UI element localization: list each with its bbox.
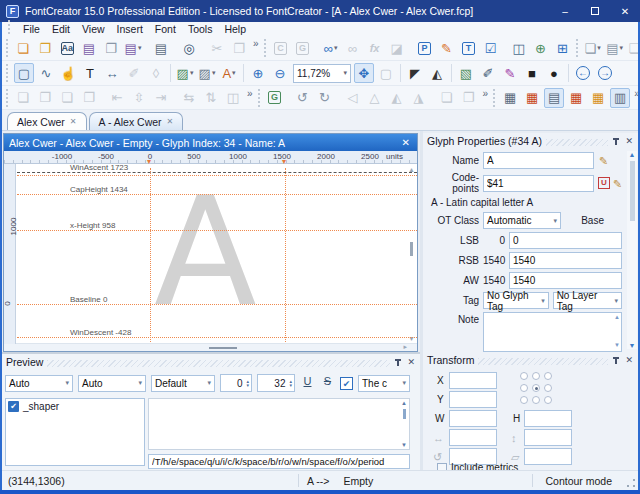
menu-view[interactable]: View	[76, 23, 111, 35]
glyph-tag-select[interactable]: No Glyph Tag ▾	[483, 292, 549, 309]
show-background-button[interactable]: ▧	[456, 63, 476, 83]
checked-checkbox-icon[interactable]: ✔	[8, 401, 19, 412]
underline-button[interactable]: U	[300, 375, 315, 391]
glyph-window-close-icon[interactable]: ✕	[400, 137, 412, 148]
name-wizard-icon[interactable]: ✐	[596, 156, 609, 165]
glyph-canvas[interactable]: 1000 0 A ▲ ▼ WinAscent 1723CapHeight 143…	[4, 164, 417, 344]
resize-grip[interactable]	[627, 479, 635, 487]
copy-code-g-button[interactable]: G	[293, 38, 313, 58]
canvas-hscroll-thumb[interactable]	[209, 347, 237, 349]
send-backward-button[interactable]: ❐	[79, 88, 99, 108]
canvas-horizontal-scrollbar[interactable]: ▸	[4, 343, 417, 351]
list-item[interactable]: ✔ _shaper	[8, 401, 142, 412]
export-font-button[interactable]: ❏▾	[627, 38, 638, 58]
tab-a-alex-cwer[interactable]: A - Alex Cwer✕	[89, 112, 184, 130]
find-button[interactable]: ◎	[179, 38, 199, 58]
copy-button[interactable]: ❐	[229, 38, 249, 58]
menu-help[interactable]: Help	[218, 23, 252, 35]
menu-file[interactable]: File	[17, 23, 46, 35]
knife-tool-button[interactable]: ✐	[478, 63, 498, 83]
link-composite-button[interactable]: ∞▾	[321, 38, 341, 58]
codepoints-input[interactable]	[483, 175, 594, 192]
note-textarea[interactable]	[483, 312, 622, 352]
ot-class-select[interactable]: Automatic ▾	[483, 212, 561, 229]
pin-icon[interactable]	[612, 356, 620, 365]
menu-font[interactable]: Font	[149, 23, 182, 35]
glyph-window-header[interactable]: Alex Cwer - Alex Cwer - Empty - Glyph In…	[4, 134, 417, 151]
print-button[interactable]: ▤	[151, 38, 171, 58]
bring-forward-button[interactable]: ❏	[57, 88, 77, 108]
open-installed-font-button[interactable]: Aa	[57, 38, 77, 58]
anchor-radio-1[interactable]	[532, 372, 540, 380]
open-font-button[interactable]: ❐	[35, 38, 55, 58]
toggle-columns-button[interactable]: ▥	[610, 88, 630, 108]
insert-row-above-button[interactable]: ▦	[522, 88, 542, 108]
skew-input[interactable]	[524, 448, 572, 465]
pin-icon[interactable]	[612, 137, 620, 146]
save-copy-button[interactable]: ❐	[101, 38, 121, 58]
insert-ellipse-button[interactable]: ●	[544, 63, 564, 83]
bring-to-front-button[interactable]: ❏	[13, 88, 33, 108]
background-image-button[interactable]: ▨▾	[175, 63, 195, 83]
shaper-list[interactable]: ✔ _shaper	[5, 398, 145, 466]
name-input[interactable]	[483, 152, 594, 169]
paste-components-button[interactable]: G	[265, 88, 285, 108]
font-properties-button[interactable]: P	[415, 38, 435, 58]
pin-icon[interactable]	[394, 358, 402, 367]
select-tool-button[interactable]: ▢	[14, 63, 34, 83]
anchor-radio-7[interactable]	[532, 396, 540, 404]
redo-view-button[interactable]: →	[595, 63, 615, 83]
save-button[interactable]: ▤	[79, 38, 99, 58]
sample-text-select[interactable]: The c ▾	[358, 375, 410, 392]
guide-winascent-1723[interactable]: WinAscent 1723	[17, 172, 417, 173]
calligraphy-pen-button[interactable]: ✎	[500, 63, 520, 83]
vertical-metric-guide[interactable]	[285, 168, 286, 344]
properties-scroll-thumb[interactable]	[630, 161, 635, 221]
union-contours-button[interactable]: ❏	[437, 88, 457, 108]
unicode-badge-icon[interactable]: U	[598, 177, 610, 189]
scroll-right-icon[interactable]: ▸	[403, 343, 407, 351]
new-font-button[interactable]: ❏	[13, 38, 33, 58]
codepoints-wizard-icon[interactable]: ✐	[610, 178, 623, 187]
align-center-button[interactable]: ⇳	[129, 88, 149, 108]
vertical-metric-guide[interactable]	[150, 168, 151, 344]
close-button[interactable]: ✕	[610, 0, 640, 22]
rsb-input[interactable]	[509, 252, 622, 269]
panel-close-icon[interactable]: ✕	[406, 357, 416, 367]
insert-row-below-button[interactable]: ▦	[566, 88, 586, 108]
intersect-contours-button[interactable]: ❐	[459, 88, 479, 108]
zoom-level-combo[interactable]: 11,72%▾	[293, 64, 351, 83]
toolbar-overflow-chevron[interactable]: »	[253, 36, 259, 49]
fill-contour-button[interactable]: ◊	[146, 63, 166, 83]
find-glyphs-button[interactable]: ◫	[509, 38, 529, 58]
center-horizontally-button[interactable]: ⇆	[179, 88, 199, 108]
pan-tool-button[interactable]: ☝	[58, 63, 78, 83]
lsb-input[interactable]	[509, 232, 622, 249]
features-select[interactable]: Auto ▾	[5, 375, 73, 392]
font-size-stepper[interactable]: 32 ▴▾	[257, 374, 295, 392]
rotate-cw-button[interactable]: ◮	[409, 88, 429, 108]
minimize-button[interactable]: –	[550, 0, 580, 22]
include-metrics-checkbox[interactable]: Include metrics	[437, 462, 518, 470]
scale-width-input[interactable]	[449, 429, 497, 446]
x-input[interactable]	[449, 372, 497, 389]
glyph-transformer-button[interactable]: T	[459, 38, 479, 58]
menu-tools[interactable]: Tools	[182, 23, 219, 35]
tab-alex-cwer[interactable]: Alex Cwer✕	[7, 112, 87, 130]
panel-close-icon[interactable]: ✕	[624, 355, 634, 365]
script-select[interactable]: Auto ▾	[78, 375, 146, 392]
formula-button[interactable]: fx	[365, 38, 385, 58]
quick-new-button[interactable]: ❏▾	[583, 38, 603, 58]
lock-grid-button[interactable]: ▦	[588, 88, 608, 108]
menu-insert[interactable]: Insert	[111, 23, 149, 35]
menu-edit[interactable]: Edit	[46, 23, 76, 35]
canvas-vscroll-thumb[interactable]	[410, 242, 413, 256]
anchor-radio-0[interactable]	[520, 372, 528, 380]
guide-capheight-1434[interactable]: CapHeight 1434	[17, 194, 417, 195]
draw-contour-button[interactable]: ✐	[124, 63, 144, 83]
rotate-angle-button[interactable]: ↻	[315, 88, 335, 108]
tab-close-icon[interactable]: ✕	[167, 117, 174, 126]
insert-rectangle-button[interactable]: ■	[522, 63, 542, 83]
anchor-radio-5[interactable]	[544, 384, 552, 392]
font-validation-button[interactable]: ☑	[481, 38, 501, 58]
